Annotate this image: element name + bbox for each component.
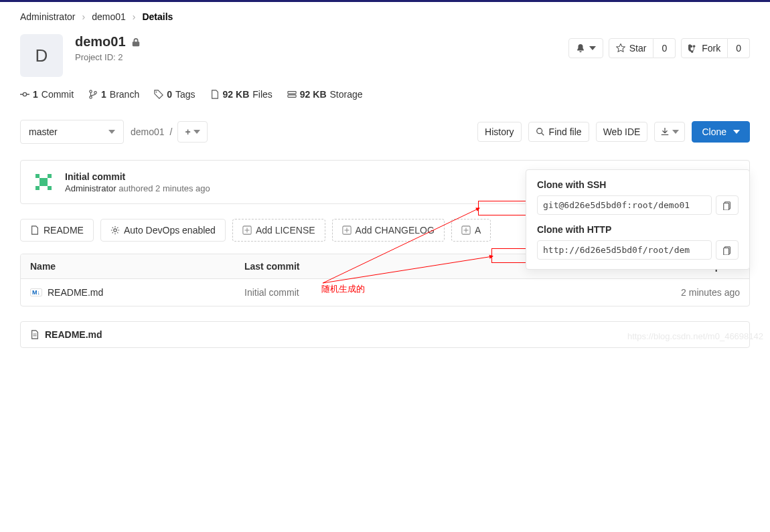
gear-icon: [110, 226, 120, 235]
star-label: Star: [629, 43, 647, 54]
find-file-button[interactable]: Find file: [528, 122, 589, 142]
plus-square-icon: [342, 226, 352, 235]
add-license[interactable]: Add LICENSE: [232, 219, 325, 242]
file-icon: [30, 330, 40, 339]
fork-icon: [688, 43, 698, 53]
plus-square-icon: [461, 226, 471, 235]
copy-http-button[interactable]: [716, 240, 739, 260]
svg-rect-14: [40, 182, 44, 186]
web-ide-button[interactable]: Web IDE: [596, 122, 648, 142]
chevron-right-icon: ›: [133, 11, 136, 22]
readme-title: README.md: [45, 329, 102, 340]
watermark: https://blog.csdn.net/m0_46698142: [627, 331, 763, 341]
svg-rect-6: [288, 95, 296, 98]
readme-shortcut[interactable]: README: [20, 219, 94, 242]
search-icon: [536, 127, 545, 137]
project-stats: 1 Commit 1 Branch 0 Tags 92 KB Files 92 …: [20, 89, 750, 100]
svg-rect-11: [44, 178, 48, 182]
lock-icon: [131, 37, 141, 47]
svg-point-2: [90, 96, 92, 99]
clipboard-icon: [722, 246, 732, 255]
svg-point-1: [90, 90, 92, 93]
svg-point-16: [114, 229, 117, 232]
svg-rect-10: [40, 178, 44, 182]
branch-select-value: master: [29, 126, 58, 137]
tag-icon: [154, 90, 163, 99]
caret-down-icon: [194, 130, 200, 134]
stat-commits[interactable]: 1 Commit: [20, 89, 74, 100]
plus-icon: +: [185, 126, 190, 137]
star-icon: [616, 43, 625, 53]
project-avatar: D: [20, 34, 63, 77]
add-changelog[interactable]: Add CHANGELOG: [332, 219, 445, 242]
th-name: Name: [30, 261, 244, 272]
stat-files[interactable]: 92 KB Files: [210, 89, 273, 100]
breadcrumb-project[interactable]: demo01: [92, 11, 126, 22]
stat-storage[interactable]: 92 KB Storage: [287, 89, 363, 100]
svg-point-7: [536, 128, 542, 134]
caret-down-icon: [108, 130, 115, 134]
path: demo01 / +: [131, 121, 208, 143]
file-icon: [210, 90, 220, 99]
bell-icon: [576, 43, 585, 53]
history-button[interactable]: History: [477, 122, 522, 142]
breadcrumb-current: Details: [142, 11, 173, 22]
path-sep: /: [170, 126, 173, 137]
svg-rect-5: [288, 92, 296, 94]
fork-count[interactable]: 0: [728, 38, 750, 58]
clone-ssh-input[interactable]: [537, 195, 712, 215]
breadcrumb-admin[interactable]: Administrator: [20, 11, 75, 22]
download-button[interactable]: [654, 122, 685, 142]
caret-down-icon: [672, 130, 679, 134]
file-updated: 2 minutes ago: [606, 287, 740, 298]
stat-branches[interactable]: 1 Branch: [88, 89, 139, 100]
avatar: [31, 170, 56, 194]
clone-http-input[interactable]: [537, 240, 712, 260]
markdown-icon: M↓: [30, 288, 42, 296]
svg-rect-23: [724, 248, 729, 255]
download-icon: [660, 127, 670, 137]
svg-rect-21: [724, 203, 729, 210]
fork-button-group: Fork 0: [681, 38, 750, 58]
devops-shortcut[interactable]: Auto DevOps enabled: [100, 219, 226, 242]
commit-message[interactable]: Initial commit: [65, 171, 210, 182]
clone-popover: Clone with SSH Clone with HTTP: [526, 169, 750, 270]
table-row[interactable]: M↓ README.md Initial commit 2 minutes ag…: [21, 279, 749, 306]
fork-label: Fork: [702, 43, 720, 54]
chevron-right-icon: ›: [82, 11, 85, 22]
caret-down-icon: [589, 46, 596, 50]
clone-button[interactable]: Clone: [692, 121, 750, 143]
project-title: demo01: [75, 34, 126, 50]
fork-button[interactable]: Fork: [681, 38, 728, 58]
svg-point-4: [156, 92, 157, 93]
add-dropdown[interactable]: +: [177, 121, 207, 143]
breadcrumb: Administrator › demo01 › Details: [20, 7, 750, 34]
file-link[interactable]: M↓ README.md: [30, 287, 244, 298]
notifications-button[interactable]: [568, 38, 603, 58]
star-button-group: Star 0: [609, 38, 676, 58]
file-icon: [30, 226, 40, 235]
file-commit[interactable]: Initial commit: [244, 287, 606, 298]
commit-icon: [20, 90, 29, 99]
svg-rect-15: [44, 182, 48, 186]
clipboard-icon: [722, 201, 732, 210]
svg-point-0: [23, 92, 26, 96]
stat-tags[interactable]: 0 Tags: [154, 89, 195, 100]
svg-rect-12: [35, 186, 40, 190]
add-more[interactable]: A: [451, 219, 491, 242]
svg-rect-8: [35, 174, 40, 178]
plus-square-icon: [242, 226, 252, 235]
branch-select[interactable]: master: [20, 120, 124, 144]
clone-ssh-label: Clone with SSH: [537, 179, 739, 190]
svg-rect-13: [48, 186, 52, 190]
path-project[interactable]: demo01: [131, 126, 165, 137]
project-id: Project ID: 2: [75, 52, 141, 62]
commit-meta: Administrator authored 2 minutes ago: [65, 183, 210, 193]
clone-http-label: Clone with HTTP: [537, 224, 739, 235]
svg-point-3: [94, 92, 97, 94]
storage-icon: [287, 90, 297, 99]
copy-ssh-button[interactable]: [716, 195, 739, 215]
star-count[interactable]: 0: [653, 38, 676, 58]
star-button[interactable]: Star: [609, 38, 654, 58]
branch-icon: [88, 90, 98, 99]
